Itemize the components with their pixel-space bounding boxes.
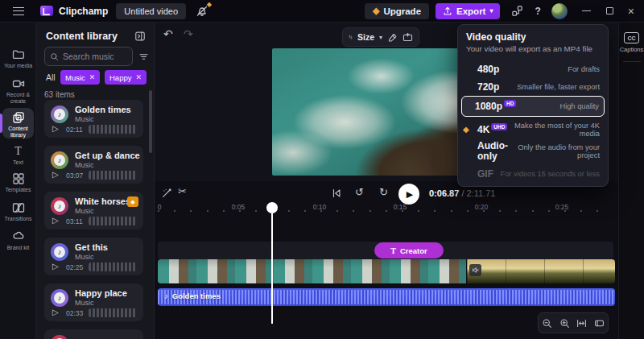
play-button[interactable]: ▶ <box>398 184 419 205</box>
notifications-muted-icon[interactable]: ◆ <box>196 5 208 18</box>
jump-back-icon[interactable]: ↺ <box>355 186 364 198</box>
current-time: 0:06.87 <box>429 188 459 198</box>
premium-dot-icon: ◆ <box>207 2 212 8</box>
play-preview-button[interactable]: ▷ <box>52 124 59 133</box>
collapse-panel-icon[interactable] <box>134 31 146 42</box>
ruler-label: 0:20 <box>475 203 489 211</box>
zoom-to-fit-icon[interactable] <box>576 318 587 329</box>
panel-title: Content library <box>46 31 118 42</box>
clipchamp-logo-icon <box>40 6 53 16</box>
export-option-1080p[interactable]: 1080pHD High quality <box>461 96 605 117</box>
music-note-icon: ♪ <box>51 335 68 339</box>
jump-forward-icon[interactable]: ↻ <box>379 186 388 198</box>
music-card-golden-times[interactable]: ♪ Golden times Music ▷ 02:11 <box>44 100 143 138</box>
sidebar: Your media Record & create Content libra… <box>0 23 36 339</box>
export-option-audio-only[interactable]: Audio-only Only the audio from your proj… <box>461 139 605 163</box>
zoom-out-icon[interactable] <box>542 318 552 329</box>
export-option-4k[interactable]: ◆ 4KUHD Make the most of your 4K media <box>461 120 605 139</box>
captions-label: Captions <box>619 46 644 53</box>
text-icon: T <box>0 145 36 158</box>
filter-chip-happy[interactable]: Happy ✕ <box>105 70 147 85</box>
project-tab-label: Untitled video <box>124 6 178 16</box>
play-preview-button[interactable]: ▷ <box>52 216 59 225</box>
captions-rail: CC Captions <box>618 23 644 339</box>
audio-tools-icon[interactable] <box>161 188 172 199</box>
account-avatar[interactable] <box>551 3 568 19</box>
sidebar-item-your-media[interactable]: Your media <box>0 48 36 69</box>
export-button[interactable]: Export ▾ <box>436 3 500 19</box>
uhd-badge: UHD <box>491 123 507 130</box>
play-preview-button[interactable]: ▷ <box>52 308 59 316</box>
music-card-partial[interactable]: ♪ <box>44 329 143 339</box>
premium-badge-icon: ◆ <box>127 196 138 207</box>
sidebar-item-transitions[interactable]: Transitions <box>0 201 36 222</box>
sidebar-item-brand-kit[interactable]: Brand kit <box>0 230 36 251</box>
help-icon[interactable]: ? <box>535 6 540 17</box>
timeline-ruler[interactable] <box>158 210 613 212</box>
search-input[interactable] <box>63 52 126 61</box>
remove-chip-icon[interactable]: ✕ <box>135 73 142 81</box>
upgrade-button[interactable]: ◆ Upgrade <box>365 3 429 19</box>
premium-diamond-icon: ◆ <box>463 126 469 134</box>
divider <box>623 61 641 62</box>
content-library-panel: Content library All Music ✕ Happy ✕ 63 <box>36 23 155 339</box>
upgrade-diamond-icon: ◆ <box>373 6 379 15</box>
content-library-icon <box>12 111 25 124</box>
filter-icon[interactable] <box>138 52 149 62</box>
total-time: 2:11.71 <box>467 188 496 198</box>
clip-muted-icon[interactable] <box>469 264 481 276</box>
snapshot-icon[interactable] <box>402 32 413 43</box>
waveform-thumbnail <box>89 308 137 317</box>
filter-chip-music[interactable]: Music ✕ <box>60 70 100 85</box>
timeline-zoom-controls <box>538 312 609 333</box>
export-quality-menu: Video quality Your video will export as … <box>457 24 609 187</box>
music-note-icon: ♪ <box>51 197 68 215</box>
audio-clip-golden-times[interactable]: ♪ Golden times <box>158 288 615 306</box>
window-minimize-button[interactable] <box>582 10 591 11</box>
project-tab[interactable]: Untitled video <box>116 3 186 19</box>
captions-button[interactable]: CC Captions <box>619 32 644 53</box>
filter-all[interactable]: All <box>46 72 56 82</box>
music-card-white-horses[interactable]: ♪ White horses Music ◆ ▷ 03:11 <box>44 192 143 229</box>
storyboard-view-icon[interactable] <box>594 318 605 329</box>
waveform-thumbnail <box>89 217 137 225</box>
playhead-line[interactable] <box>271 208 273 324</box>
music-note-icon: ♪ <box>164 291 168 300</box>
audio-clip-label: ♪ Golden times <box>164 291 221 300</box>
sidebar-item-text[interactable]: T Text <box>0 145 36 166</box>
hd-badge: HD <box>504 100 516 107</box>
skip-to-start-icon[interactable] <box>331 188 342 199</box>
background-color-icon[interactable] <box>387 32 398 43</box>
app-logo[interactable]: Clipchamp <box>40 6 108 17</box>
remove-chip-icon[interactable]: ✕ <box>89 73 96 81</box>
undo-button[interactable]: ↶ <box>163 27 173 40</box>
music-card-get-this[interactable]: ♪ Get this Music ▷ 02:25 <box>44 238 143 275</box>
hamburger-menu-icon[interactable] <box>13 7 24 15</box>
zoom-in-icon[interactable] <box>559 318 570 329</box>
play-preview-button[interactable]: ▷ <box>52 170 59 179</box>
search-icon <box>50 52 59 61</box>
sidebar-item-content-library[interactable]: Content library <box>0 111 36 138</box>
music-card-happy-place[interactable]: ♪ Happy place Music ▷ 02:33 <box>44 283 143 321</box>
video-clip-sunset[interactable] <box>467 259 615 283</box>
clipchamp-app: Clipchamp Untitled video ◆ ◆ Upgrade Exp… <box>0 0 644 339</box>
window-close-button[interactable]: × <box>628 5 634 18</box>
search-box[interactable] <box>44 47 133 66</box>
split-scissors-icon[interactable]: ✂ <box>178 185 187 197</box>
music-list: ♪ Golden times Music ▷ 02:11 ♪ Get up & … <box>36 100 154 339</box>
panel-scrollbar[interactable] <box>149 90 152 153</box>
play-preview-button[interactable]: ▷ <box>52 262 59 271</box>
window-maximize-button[interactable] <box>606 7 613 14</box>
sidebar-item-templates[interactable]: Templates <box>0 172 36 193</box>
export-option-720p[interactable]: 720p Smaller file, faster export <box>461 78 605 96</box>
upgrade-label: Upgrade <box>383 6 421 16</box>
size-dropdown[interactable]: Size <box>357 32 374 42</box>
titlebar: Clipchamp Untitled video ◆ ◆ Upgrade Exp… <box>0 0 644 23</box>
integrations-icon[interactable] <box>511 5 523 17</box>
sidebar-item-record-create[interactable]: Record & create <box>0 77 36 105</box>
export-option-480p[interactable]: 480p For drafts <box>461 60 605 78</box>
music-card-get-up-and-dance[interactable]: ♪ Get up & dance Music ▷ 03:07 <box>44 146 143 184</box>
text-clip-creator[interactable]: T Creator <box>374 242 444 258</box>
video-clip-ocean[interactable] <box>158 259 466 283</box>
redo-button[interactable]: ↷ <box>184 27 193 40</box>
